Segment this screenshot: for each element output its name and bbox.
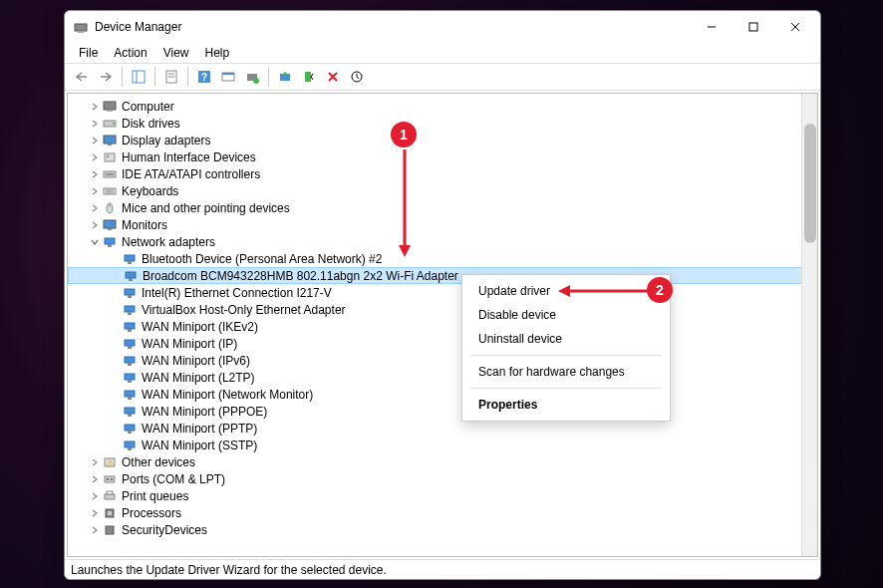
chevron-right-icon[interactable] xyxy=(88,472,102,486)
svg-rect-54 xyxy=(128,380,132,383)
tree-category-label: Processors xyxy=(122,506,181,520)
tree-category[interactable]: Print queues xyxy=(68,487,817,504)
tree-device[interactable]: WAN Miniport (L2TP) xyxy=(68,369,817,386)
view-button[interactable] xyxy=(217,66,239,88)
chevron-right-icon[interactable] xyxy=(88,489,102,503)
update-driver-button[interactable] xyxy=(274,66,296,88)
tree-category[interactable]: Computer xyxy=(68,98,817,115)
chevron-right-icon[interactable] xyxy=(88,150,102,164)
svg-rect-53 xyxy=(125,374,135,380)
action-button[interactable] xyxy=(346,66,368,88)
tree-category[interactable]: ⚠Other devices xyxy=(68,453,817,470)
tree-device[interactable]: VirtualBox Host-Only Ethernet Adapter xyxy=(68,301,817,318)
tree-device[interactable]: Intel(R) Ethernet Connection I217-V xyxy=(68,284,817,301)
svg-text:⚠: ⚠ xyxy=(107,458,114,467)
svg-rect-36 xyxy=(108,228,112,230)
close-button[interactable] xyxy=(774,13,816,41)
tree-device[interactable]: Broadcom BCM943228HMB 802.11abgn 2x2 Wi-… xyxy=(68,267,817,284)
svg-rect-60 xyxy=(128,431,132,434)
uninstall-button[interactable] xyxy=(298,66,320,88)
tree-category[interactable]: Monitors xyxy=(68,216,817,233)
context-menu-update-driver[interactable]: Update driver xyxy=(462,279,670,303)
chevron-right-icon[interactable] xyxy=(88,218,102,232)
svg-rect-43 xyxy=(125,289,135,295)
menu-view[interactable]: View xyxy=(155,44,197,62)
menu-action[interactable]: Action xyxy=(106,44,154,62)
context-menu-uninstall-device[interactable]: Uninstall device xyxy=(462,327,670,351)
svg-rect-21 xyxy=(107,110,113,112)
svg-rect-20 xyxy=(104,102,116,110)
tree-category[interactable]: Disk drives xyxy=(68,115,817,132)
context-menu-scan-hardware[interactable]: Scan for hardware changes xyxy=(462,360,670,384)
tree-device[interactable]: Bluetooth Device (Personal Area Network)… xyxy=(68,250,817,267)
minimize-button[interactable] xyxy=(691,13,733,41)
chevron-right-icon[interactable] xyxy=(88,455,102,469)
properties-button[interactable] xyxy=(160,66,182,88)
tree-category-label: Human Interface Devices xyxy=(122,150,256,164)
tree-device[interactable]: WAN Miniport (SSTP) xyxy=(68,437,817,453)
chevron-right-icon[interactable] xyxy=(88,184,102,198)
tree-category[interactable]: Human Interface Devices xyxy=(68,148,817,165)
svg-text:?: ? xyxy=(201,72,207,83)
tree-category[interactable]: Ports (COM & LPT) xyxy=(68,470,817,487)
svg-rect-27 xyxy=(107,155,109,157)
tree-device[interactable]: WAN Miniport (Network Monitor) xyxy=(68,386,817,403)
tree-device[interactable]: WAN Miniport (IKEv2) xyxy=(68,318,817,335)
back-button[interactable] xyxy=(71,66,93,88)
svg-rect-46 xyxy=(128,312,132,315)
chevron-right-icon[interactable] xyxy=(88,506,102,520)
chevron-right-icon[interactable] xyxy=(88,523,102,537)
help-button[interactable]: ? xyxy=(193,66,215,88)
disable-button[interactable] xyxy=(322,66,344,88)
tree-category[interactable]: Network adapters xyxy=(68,233,817,250)
forward-button[interactable] xyxy=(95,66,117,88)
tree-category[interactable]: Display adapters xyxy=(68,132,817,148)
tree-category[interactable]: SecurityDevices xyxy=(68,521,817,538)
chevron-right-icon[interactable] xyxy=(88,100,102,114)
svg-rect-58 xyxy=(128,414,132,417)
tree-category[interactable]: Keyboards xyxy=(68,182,817,199)
svg-rect-41 xyxy=(126,272,136,278)
tree-device[interactable]: WAN Miniport (IPv6) xyxy=(68,352,817,369)
chevron-right-icon[interactable] xyxy=(88,117,102,131)
chevron-right-icon[interactable] xyxy=(88,134,102,147)
menu-file[interactable]: File xyxy=(71,44,106,62)
context-menu-properties[interactable]: Properties xyxy=(462,393,670,417)
context-menu-separator xyxy=(470,355,662,356)
tree-category-label: Ports (COM & LPT) xyxy=(122,472,225,486)
tree-device[interactable]: WAN Miniport (PPPOE) xyxy=(68,403,817,420)
tree-device[interactable]: WAN Miniport (PPTP) xyxy=(68,420,817,437)
tree-device-label: WAN Miniport (Network Monitor) xyxy=(142,388,313,402)
svg-rect-56 xyxy=(128,397,132,400)
tree-category-label: IDE ATA/ATAPI controllers xyxy=(122,167,260,181)
tree-category-label: SecurityDevices xyxy=(122,523,207,537)
chevron-right-icon[interactable] xyxy=(88,201,102,215)
tree-device-label: WAN Miniport (PPPOE) xyxy=(142,405,267,419)
context-menu-disable-device[interactable]: Disable device xyxy=(462,303,670,327)
device-tree[interactable]: ComputerDisk drivesDisplay adaptersHuman… xyxy=(68,94,817,556)
svg-rect-38 xyxy=(108,244,112,247)
statusbar: Launches the Update Driver Wizard for th… xyxy=(65,559,820,579)
network-adapter-icon xyxy=(122,439,138,452)
chevron-down-icon[interactable] xyxy=(88,235,102,249)
menu-help[interactable]: Help xyxy=(197,44,238,62)
vertical-scrollbar[interactable] xyxy=(801,94,817,556)
disk-icon xyxy=(102,117,118,131)
maximize-button[interactable] xyxy=(733,13,774,41)
device-manager-window: Device Manager File Action View Help ? C… xyxy=(64,10,821,580)
tree-device[interactable]: WAN Miniport (IP) xyxy=(68,335,817,352)
keyboard-icon xyxy=(102,184,118,198)
show-hide-tree-button[interactable] xyxy=(128,66,149,88)
tree-category-label: Other devices xyxy=(122,455,195,469)
svg-rect-30 xyxy=(104,188,116,194)
svg-rect-71 xyxy=(108,511,112,515)
tree-category[interactable]: IDE ATA/ATAPI controllers xyxy=(68,165,817,182)
svg-rect-44 xyxy=(128,295,132,298)
tree-category[interactable]: Processors xyxy=(68,504,817,521)
svg-rect-1 xyxy=(78,31,84,33)
tree-category[interactable]: Mice and other pointing devices xyxy=(68,199,817,216)
chevron-right-icon[interactable] xyxy=(88,167,102,181)
svg-point-23 xyxy=(113,123,115,125)
scrollbar-thumb[interactable] xyxy=(804,124,816,243)
scan-hardware-button[interactable] xyxy=(241,66,263,88)
